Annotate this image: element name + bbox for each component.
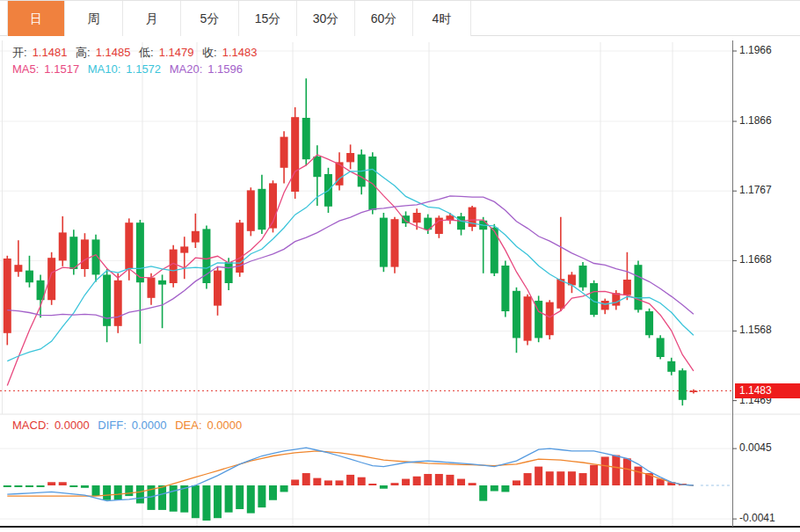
diff-value: 0.0000: [132, 419, 167, 432]
price-axis-tick: 1.1568: [739, 324, 772, 336]
diff-label: DIFF:: [98, 419, 127, 432]
candlestick-macd-chart: [0, 37, 800, 532]
open-label: 开:: [12, 46, 27, 59]
price-axis-tick: 1.1966: [739, 44, 772, 56]
ohlc-legend: 开:1.1481 高:1.1485 低:1.1479 收:1.1483: [12, 45, 262, 61]
timeframe-button-5min[interactable]: 5分: [181, 1, 239, 36]
timeframe-button-60min[interactable]: 60分: [355, 1, 413, 36]
macd-axis-tick: -0.0041: [739, 512, 775, 524]
low-label: 低:: [139, 46, 154, 59]
macd-legend: MACD:0.0000 DIFF:0.0000 DEA:0.0000: [12, 419, 247, 432]
open-value: 1.1481: [33, 46, 68, 59]
macd-value: 0.0000: [55, 419, 90, 432]
trading-chart-app: 日 周 月 5分 15分 30分 60分 4时 开:1.1481 高:1.148…: [0, 0, 800, 532]
ma5-value: 1.1517: [44, 62, 79, 76]
current-price-badge: 1.1483: [735, 383, 800, 398]
close-label: 收:: [202, 46, 217, 59]
ma-legend: MA5:1.1517 MA10:1.1572 MA20:1.1596: [12, 62, 248, 76]
high-value: 1.1485: [96, 46, 131, 59]
ma20-label: MA20:: [170, 62, 203, 76]
timeframe-button-15min[interactable]: 15分: [239, 1, 297, 36]
timeframe-button-month[interactable]: 月: [123, 1, 181, 36]
timeframe-button-4hour[interactable]: 4时: [413, 1, 471, 36]
price-axis-tick: 1.1668: [739, 253, 772, 266]
timeframe-button-day[interactable]: 日: [7, 1, 65, 36]
timeframe-button-week[interactable]: 周: [65, 1, 123, 36]
ma20-value: 1.1596: [207, 62, 243, 76]
dea-value: 0.0000: [207, 419, 243, 432]
ma5-label: MA5:: [12, 62, 39, 76]
macd-axis-tick: 0.0045: [739, 441, 772, 454]
close-value: 1.1483: [222, 46, 258, 59]
price-axis-tick: 1.1866: [739, 114, 772, 127]
chart-area[interactable]: 开:1.1481 高:1.1485 低:1.1479 收:1.1483 MA5:…: [0, 37, 800, 532]
timeframe-button-30min[interactable]: 30分: [297, 1, 355, 36]
dea-label: DEA:: [175, 419, 201, 432]
ma10-value: 1.1572: [126, 62, 161, 76]
macd-label: MACD:: [12, 419, 49, 432]
low-value: 1.1479: [159, 46, 194, 59]
timeframe-toolbar: 日 周 月 5分 15分 30分 60分 4时: [0, 1, 800, 36]
price-axis-tick: 1.1767: [739, 184, 772, 196]
high-label: 高:: [76, 46, 91, 59]
ma10-label: MA10:: [88, 62, 121, 76]
